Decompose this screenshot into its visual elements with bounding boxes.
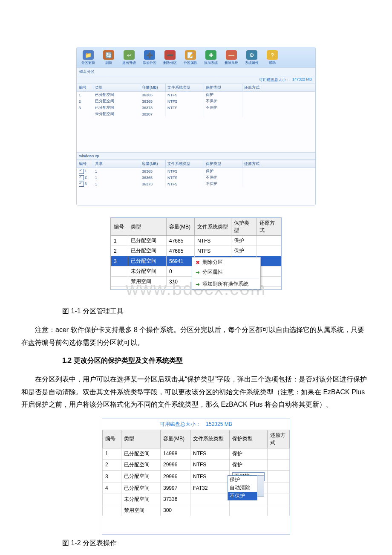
- col-restore[interactable]: 还原方式: [242, 84, 315, 92]
- table-row[interactable]: 2136365NTFS不保护: [77, 174, 315, 181]
- props-icon: 📝: [185, 50, 196, 60]
- col-protect[interactable]: 保护类型: [230, 430, 268, 448]
- scrollbar[interactable]: [257, 475, 264, 497]
- toolbar: 📁 分区更新 🔄 刷新 ↩ 退出升级 ➕ 添加分区 ➖ 删除分区 📝 分区属性: [77, 47, 315, 67]
- col-protect[interactable]: 保护类型: [204, 160, 242, 168]
- col-protect[interactable]: 保护类型: [204, 84, 242, 92]
- section-1-2-paragraph: 在分区列表中，用户可以在选择某一分区后双击其“保护类型”字段，弹出三个选项包括：…: [21, 373, 371, 411]
- tool-delete-partition[interactable]: ➖ 删除分区: [161, 49, 179, 66]
- refresh-icon: 🔄: [103, 50, 114, 60]
- col-id[interactable]: 编号: [111, 218, 128, 236]
- partition-table: 编号 类型 容量(MB) 文件系统类型 保护类型 还原方式 1已分配空间1499…: [102, 430, 290, 516]
- option-no-protect[interactable]: 不保护: [228, 492, 257, 500]
- col-restore[interactable]: 还原方式: [257, 218, 281, 236]
- protection-dropdown-list[interactable]: 保护 自动清除 不保护: [228, 475, 257, 500]
- table-row[interactable]: 1136365NTFS保护: [77, 168, 315, 175]
- col-fs[interactable]: 文件系统类型: [166, 160, 204, 168]
- delete-icon: ✖: [196, 260, 200, 266]
- tool-add-system[interactable]: ✚ 添加系统: [202, 49, 220, 66]
- col-restore[interactable]: 还原方式: [268, 430, 290, 448]
- col-fs[interactable]: 文件系统类型: [190, 430, 230, 448]
- folder-icon: 📁: [83, 50, 94, 60]
- col-fs[interactable]: 文件系统类型: [195, 218, 231, 236]
- table-row[interactable]: 未分配空间38207: [77, 111, 315, 117]
- col-fs[interactable]: 文件系统类型: [166, 84, 204, 92]
- note-paragraph: 注意：acer 软件保护卡支持最多 8 个操作系统。分区分完以后，每个分区都可以…: [21, 324, 371, 349]
- tool-delete-system[interactable]: — 删除系统: [222, 49, 240, 66]
- disk-total-size: 可用磁盘总大小： 147322 MB: [77, 76, 315, 84]
- tool-system-props[interactable]: ⚙ 系统属性: [243, 49, 261, 66]
- menu-delete-partition[interactable]: ✖ 删除分区: [192, 257, 260, 267]
- col-share[interactable]: 共享: [93, 160, 140, 168]
- menu-partition-props[interactable]: ➜ 分区属性: [192, 267, 260, 277]
- disk-partition-tab[interactable]: 磁盘分区: [77, 67, 315, 76]
- checkbox-icon[interactable]: [79, 175, 84, 180]
- option-protect[interactable]: 保护: [228, 476, 257, 484]
- table-row[interactable]: 1已分配空间47685NTFS保护: [111, 236, 281, 246]
- option-auto-clear[interactable]: 自动清除: [228, 484, 257, 492]
- table-row[interactable]: 2已分配空间29996NTFS保护: [103, 459, 290, 470]
- col-size[interactable]: 容量(MB): [167, 218, 195, 236]
- menu-add-to-all-os[interactable]: ➜ 添加到所有操作系统: [192, 279, 260, 289]
- add-system-icon: ✚: [205, 50, 216, 60]
- figure-1-2-caption: 图 1-2 分区表操作: [62, 539, 371, 548]
- delete-partition-icon: ➖: [164, 50, 176, 60]
- heading-1-2: 1.2 更改分区的保护类型及文件系统类型: [62, 356, 371, 365]
- table-row[interactable]: 2已分配空间36365NTFS不保护: [77, 98, 315, 104]
- col-size[interactable]: 容量(MB): [140, 160, 166, 168]
- col-id[interactable]: 编号: [77, 160, 93, 168]
- col-id[interactable]: 编号: [103, 430, 121, 448]
- checkbox-icon[interactable]: [79, 169, 84, 174]
- col-type[interactable]: 类型: [128, 218, 167, 236]
- delete-system-icon: —: [226, 50, 237, 60]
- figure-1-1-caption: 图 1-1 分区管理工具: [62, 307, 371, 316]
- protection-type-example: 可用磁盘总大小： 152325 MB 编号 类型 容量(MB) 文件系统类型 保…: [102, 419, 290, 535]
- context-menu: ✖ 删除分区 ➜ 分区属性 ➜ 添加到所有操作系统: [192, 257, 261, 289]
- add-partition-icon: ➕: [144, 50, 155, 60]
- tool-add-partition[interactable]: ➕ 添加分区: [141, 49, 159, 66]
- os-partition-table: 编号 共享 容量(MB) 文件系统类型 保护类型 还原方式 1136365NTF…: [77, 160, 315, 205]
- col-size[interactable]: 容量(MB): [161, 430, 190, 448]
- partition-manager-window: 📁 分区更新 🔄 刷新 ↩ 退出升级 ➕ 添加分区 ➖ 删除分区 📝 分区属性: [76, 47, 316, 205]
- checkbox-icon[interactable]: [79, 182, 84, 187]
- table-row[interactable]: 1已分配空间14998NTFS保护: [103, 448, 290, 459]
- props-icon: ➜: [196, 269, 200, 275]
- help-icon: ?: [267, 50, 278, 60]
- table-row[interactable]: 3已分配空间36373NTFS不保护: [77, 104, 315, 111]
- tool-exit-upgrade[interactable]: ↩ 退出升级: [120, 49, 138, 66]
- system-props-icon: ⚙: [246, 50, 257, 60]
- tool-partition-update[interactable]: 📁 分区更新: [79, 49, 97, 66]
- col-id[interactable]: 编号: [77, 84, 93, 92]
- col-protect[interactable]: 保护类型: [231, 218, 257, 236]
- col-type[interactable]: 类型: [93, 84, 140, 92]
- tool-help[interactable]: ? 帮助: [263, 49, 281, 66]
- exit-icon: ↩: [124, 50, 135, 60]
- table-row[interactable]: 1已分配空间36365NTFS保护: [77, 92, 315, 98]
- add-icon: ➜: [196, 281, 200, 287]
- tool-partition-props[interactable]: 📝 分区属性: [182, 49, 199, 66]
- disk-partition-table: 编号 类型 容量(MB) 文件系统类型 保护类型 还原方式 1已分配空间3636…: [77, 84, 315, 152]
- disk-total-size: 可用磁盘总大小： 152325 MB: [102, 419, 290, 430]
- table-row[interactable]: 2已分配空间47685NTFS保护: [111, 246, 281, 256]
- os-tab[interactable]: windows xp: [77, 152, 315, 160]
- col-size[interactable]: 容量(MB): [140, 84, 166, 92]
- col-restore[interactable]: 还原方式: [242, 160, 315, 168]
- tool-refresh[interactable]: 🔄 刷新: [100, 49, 118, 66]
- col-type[interactable]: 类型: [121, 430, 161, 448]
- table-row[interactable]: 3136373NTFS不保护: [77, 181, 315, 187]
- table-row[interactable]: 禁用空间300: [103, 505, 290, 516]
